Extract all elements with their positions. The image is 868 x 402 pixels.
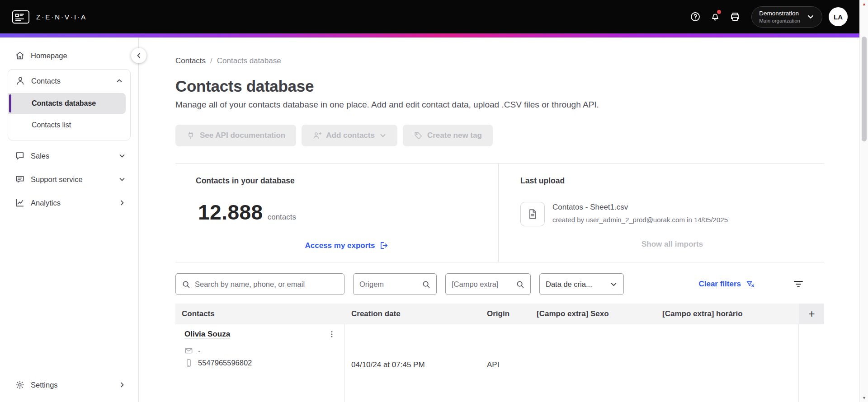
extra-field-input[interactable] bbox=[452, 280, 511, 289]
contact-search-field[interactable] bbox=[175, 273, 344, 295]
filter-list-button[interactable] bbox=[793, 278, 804, 290]
breadcrumb-contacts[interactable]: Contacts bbox=[175, 56, 206, 65]
person-icon bbox=[15, 76, 25, 86]
sidebar: Homepage Contacts Contacts database Cont bbox=[0, 37, 139, 402]
date-filter-label: Data de cria... bbox=[546, 280, 592, 289]
extra-field-filter[interactable] bbox=[445, 273, 531, 295]
file-name: Contatos - Sheet1.csv bbox=[552, 203, 728, 212]
sidebar-item-label: Contacts bbox=[31, 77, 110, 85]
table-row: Olivia Souza bbox=[175, 324, 824, 402]
sidebar-item-settings[interactable]: Settings bbox=[0, 373, 138, 397]
access-my-exports-link[interactable]: Access my exports bbox=[305, 241, 389, 250]
column-header-origin: Origin bbox=[481, 309, 530, 318]
chevron-down-icon bbox=[118, 176, 126, 183]
search-icon bbox=[422, 280, 430, 289]
sidebar-item-label: Settings bbox=[31, 381, 113, 389]
show-all-imports-button[interactable]: Show all imports bbox=[642, 240, 703, 249]
search-icon bbox=[182, 280, 190, 289]
scrollbar-down-arrow[interactable]: ▼ bbox=[860, 394, 868, 402]
contacts-count-value: 12.888 bbox=[198, 200, 263, 224]
scrollbar-up-arrow[interactable]: ▲ bbox=[860, 0, 868, 8]
app-window: Z·E·N·V·I·A bbox=[0, 0, 859, 402]
user-avatar[interactable]: LA bbox=[829, 7, 848, 26]
table-header-row: Contacts Creation date Origin [Campo ext… bbox=[175, 304, 824, 324]
button-label: Clear filters bbox=[698, 280, 741, 289]
sidebar-item-contacts-list[interactable]: Contacts list bbox=[8, 115, 126, 136]
file-details: Contatos - Sheet1.csv created by user_ad… bbox=[552, 202, 728, 226]
sidebar-item-analytics[interactable]: Analytics bbox=[0, 191, 138, 215]
tag-icon bbox=[414, 131, 423, 140]
sidebar-item-contacts[interactable]: Contacts bbox=[8, 70, 130, 92]
contact-email: - bbox=[198, 346, 201, 355]
scrollbar-thumb[interactable] bbox=[862, 37, 867, 141]
sidebar-item-label: Support service bbox=[31, 175, 113, 184]
file-meta: created by user_admin_2_prod@uorak.com i… bbox=[552, 216, 728, 224]
sidebar-group-contacts: Contacts Contacts database Contacts list bbox=[8, 69, 131, 140]
sidebar-item-contacts-database[interactable]: Contacts database bbox=[8, 93, 126, 114]
sidebar-item-label: Homepage bbox=[31, 51, 126, 60]
page-title: Contacts database bbox=[175, 77, 824, 95]
kebab-menu-icon bbox=[327, 330, 336, 339]
contacts-count-unit: contacts bbox=[268, 213, 296, 222]
filter-list-icon bbox=[793, 278, 804, 290]
sidebar-item-label: Contacts database bbox=[32, 99, 96, 108]
chevron-down-icon bbox=[807, 13, 815, 21]
file-icon bbox=[527, 208, 538, 220]
campo-sexo-cell bbox=[530, 324, 656, 402]
sidebar-item-support-service[interactable]: Support service bbox=[0, 168, 138, 191]
envelope-icon bbox=[184, 346, 193, 355]
zenvia-logo[interactable]: Z·E·N·V·I·A bbox=[12, 10, 87, 24]
page-scrollbar[interactable]: ▲ ▼ bbox=[859, 0, 868, 402]
gear-icon bbox=[15, 380, 25, 390]
breadcrumb-separator: / bbox=[210, 56, 212, 65]
main-content: Contacts / Contacts database Contacts da… bbox=[139, 37, 859, 402]
top-bar-actions: Demonstration Main organization LA bbox=[685, 6, 848, 28]
sidebar-collapse-button[interactable] bbox=[131, 48, 146, 63]
support-chat-icon bbox=[15, 174, 25, 184]
sidebar-item-label: Contacts list bbox=[32, 121, 71, 129]
see-api-documentation-button[interactable]: See API documentation bbox=[175, 125, 296, 146]
campo-horario-cell bbox=[656, 324, 799, 402]
zenvia-logo-icon bbox=[12, 10, 30, 24]
printer-icon bbox=[730, 11, 741, 22]
add-column-button[interactable]: + bbox=[799, 304, 824, 324]
org-switcher-texts: Demonstration Main organization bbox=[759, 10, 800, 23]
contact-phone: 5547965596802 bbox=[198, 359, 252, 367]
contact-phone-line: 5547965596802 bbox=[184, 359, 338, 367]
chevron-down-icon bbox=[118, 152, 126, 159]
clear-filters-button[interactable]: Clear filters bbox=[698, 280, 755, 289]
org-name: Demonstration bbox=[759, 10, 799, 17]
search-input[interactable] bbox=[195, 280, 338, 289]
print-button[interactable] bbox=[725, 7, 745, 27]
button-label: Create new tag bbox=[427, 131, 482, 140]
column-header-contacts: Contacts bbox=[175, 309, 345, 318]
chevron-right-icon bbox=[118, 199, 126, 206]
last-upload-panel: Last upload Contatos - Sheet1.csv create… bbox=[499, 164, 824, 262]
chevron-right-icon bbox=[118, 381, 126, 388]
help-button[interactable] bbox=[685, 7, 705, 27]
create-new-tag-button[interactable]: Create new tag bbox=[403, 125, 493, 146]
org-switcher[interactable]: Demonstration Main organization bbox=[751, 6, 822, 28]
sidebar-item-sales[interactable]: Sales bbox=[0, 144, 138, 168]
file-box bbox=[520, 202, 545, 226]
page-subtitle: Manage all of your contacts database in … bbox=[175, 100, 824, 110]
contact-email-line: - bbox=[184, 346, 338, 355]
show-imports-wrap: Show all imports bbox=[520, 240, 824, 249]
mobile-phone-icon bbox=[184, 359, 193, 367]
origin-input[interactable] bbox=[359, 280, 417, 289]
column-header-campo-horario: [Campo extra] horário bbox=[656, 309, 799, 318]
filters-bar: Data de cria... Clear filters bbox=[175, 273, 824, 295]
brand-name: Z·E·N·V·I·A bbox=[36, 13, 87, 21]
row-menu-button[interactable] bbox=[327, 330, 336, 339]
breadcrumb-current: Contacts database bbox=[217, 56, 281, 65]
notifications-button[interactable] bbox=[705, 7, 725, 27]
origin-filter-field[interactable] bbox=[353, 273, 437, 295]
contact-name-link[interactable]: Olivia Souza bbox=[184, 330, 230, 339]
brand-gradient-bar bbox=[0, 33, 859, 37]
api-plug-icon bbox=[186, 131, 195, 140]
analytics-chart-icon bbox=[15, 198, 25, 208]
add-contacts-button[interactable]: Add contacts bbox=[302, 125, 397, 146]
creation-date-filter-dropdown[interactable]: Data de cria... bbox=[539, 273, 624, 295]
origin-cell: API bbox=[481, 324, 530, 402]
sidebar-item-homepage[interactable]: Homepage bbox=[0, 44, 138, 67]
